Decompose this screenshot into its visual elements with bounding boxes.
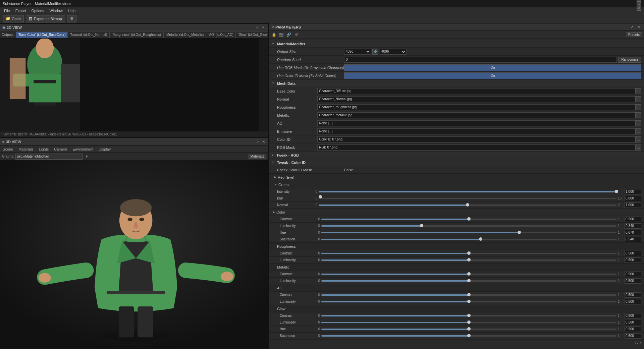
roughness-luminosity-track[interactable]	[321, 259, 616, 261]
open-button[interactable]: 📁 Open	[3, 15, 24, 22]
view-2d-maximize[interactable]: ⤢	[255, 25, 260, 30]
nav-display[interactable]: Display	[99, 147, 111, 152]
contrast-track[interactable]	[321, 219, 616, 220]
hue-value[interactable]	[625, 230, 641, 235]
params-maximize[interactable]: ⤢	[629, 24, 635, 30]
glow-luminosity-thumb[interactable]	[467, 321, 471, 324]
metallic-contrast-thumb[interactable]	[467, 272, 471, 276]
mesh-normal-browse[interactable]: …	[635, 96, 641, 102]
nav-lights[interactable]: Lights	[39, 147, 49, 152]
color-id-mask-button[interactable]: On	[344, 72, 641, 79]
link-size-button[interactable]: 🔗	[372, 49, 378, 55]
view-3d-maximize[interactable]: ⤢	[255, 139, 260, 144]
metallic-luminosity-value[interactable]	[625, 278, 641, 284]
ao-contrast-value[interactable]	[625, 292, 641, 298]
tweak-colorid-section[interactable]: ▼ Tweak - Color ID	[269, 159, 644, 166]
mesh-base-color-browse[interactable]: …	[635, 88, 641, 94]
metallic-contrast-track[interactable]	[321, 274, 616, 275]
mesh-metallic-browse[interactable]: …	[635, 112, 641, 118]
view-2d-close[interactable]: ✕	[261, 25, 266, 30]
intensity-track[interactable]	[319, 191, 616, 192]
ao-luminosity-thumb[interactable]	[467, 300, 471, 303]
mesh-colorid-browse[interactable]: …	[635, 136, 641, 142]
graphs-dropdown[interactable]: ▼	[85, 155, 89, 158]
glow-hue-thumb[interactable]	[467, 327, 471, 331]
saturation-value[interactable]	[625, 237, 641, 242]
tweak-rgb-section[interactable]: ▶ Tweak - RGB	[269, 152, 644, 159]
roughness-luminosity-value[interactable]	[625, 257, 641, 263]
nav-materials[interactable]: Materials	[18, 147, 34, 152]
luminosity-track[interactable]	[321, 225, 616, 227]
intensity-thumb[interactable]	[615, 190, 618, 193]
close-button[interactable]: ✕	[637, 6, 641, 11]
ao-contrast-thumb[interactable]	[467, 293, 471, 296]
glow-luminosity-value[interactable]	[625, 320, 641, 325]
roughness-contrast-track[interactable]	[321, 253, 616, 254]
glow-saturation-thumb[interactable]	[467, 334, 471, 337]
menu-file[interactable]: File	[1, 7, 13, 14]
roughness-luminosity-thumb[interactable]	[467, 258, 471, 261]
ao-luminosity-track[interactable]	[321, 301, 616, 302]
mesh-emissive-browse[interactable]: …	[635, 128, 641, 134]
link-button[interactable]: 🔗	[286, 32, 292, 38]
hue-thumb[interactable]	[518, 231, 521, 234]
output-size-select-1[interactable]: 4096 2048 1024	[344, 49, 371, 55]
view-3d-close[interactable]: ✕	[261, 139, 266, 144]
output-tab-glow[interactable]: 'Glow' (id:Out_Glow)	[236, 32, 268, 38]
glow-saturation-value[interactable]	[625, 333, 641, 339]
ao-contrast-track[interactable]	[321, 294, 616, 296]
intensity-value[interactable]	[625, 189, 641, 194]
glow-hue-value[interactable]	[625, 327, 641, 332]
normal-track[interactable]	[319, 205, 616, 206]
contrast-value[interactable]	[625, 217, 641, 222]
red-eye-section[interactable]: ▶ Red (Eye)	[269, 174, 644, 181]
camera-button[interactable]: 📷	[278, 32, 284, 38]
params-close[interactable]: ✕	[636, 24, 641, 30]
mesh-ao-browse[interactable]: …	[635, 120, 641, 126]
luminosity-thumb[interactable]	[420, 224, 423, 227]
mesh-roughness-browse[interactable]: …	[635, 104, 641, 110]
rgb-mask-button[interactable]: On	[344, 64, 641, 71]
output-tab-ao[interactable]: 'AO' (id:Out_AO)	[206, 32, 235, 38]
saturation-track[interactable]	[321, 239, 616, 240]
blur-track[interactable]	[319, 198, 616, 199]
glow-saturation-track[interactable]	[321, 335, 616, 337]
output-size-select-2[interactable]: 4096 2048 1024	[380, 49, 407, 55]
seed-input[interactable]	[344, 57, 617, 63]
saturation-thumb[interactable]	[479, 237, 482, 241]
color-group-header[interactable]: ▶ Color	[269, 209, 644, 216]
green-section[interactable]: ▼ Green	[269, 181, 644, 188]
hue-track[interactable]	[321, 232, 616, 233]
menu-export[interactable]: Export	[13, 7, 29, 14]
blur-thumb[interactable]	[319, 195, 322, 198]
mesh-data-section[interactable]: ▼ Mesh Data	[269, 80, 644, 87]
output-tab-metallic[interactable]: 'Metallic' (id:Out_Metallic)	[163, 32, 206, 38]
nav-scene[interactable]: Scene	[3, 147, 13, 152]
glow-luminosity-track[interactable]	[321, 322, 616, 323]
roughness-contrast-thumb[interactable]	[467, 251, 471, 255]
output-tab-basecolor[interactable]: 'Base Color' (id:Out_BaseColor)	[16, 32, 68, 38]
section-material-modifier[interactable]: ▼ MaterialModifier	[269, 40, 644, 48]
metallic-luminosity-thumb[interactable]	[467, 279, 471, 282]
menu-window[interactable]: Window	[47, 7, 65, 14]
output-tab-normal[interactable]: 'Normal' (id:Out_Normal)	[68, 32, 109, 38]
ao-luminosity-value[interactable]	[625, 299, 641, 304]
metallic-contrast-value[interactable]	[625, 272, 641, 277]
refresh-button[interactable]: ↺	[293, 32, 299, 38]
blur-value[interactable]	[625, 196, 641, 201]
menu-help[interactable]: Help	[65, 7, 78, 14]
normal-slider-value[interactable]	[625, 202, 641, 208]
luminosity-value[interactable]	[625, 223, 641, 229]
materials-button[interactable]: Materials	[248, 154, 266, 159]
settings-button[interactable]: ⚙	[67, 15, 76, 22]
normal-thumb[interactable]	[466, 203, 469, 207]
graphs-input[interactable]	[15, 154, 83, 160]
metallic-luminosity-track[interactable]	[321, 280, 616, 282]
nav-camera[interactable]: Camera	[54, 147, 67, 152]
glow-contrast-value[interactable]	[625, 313, 641, 318]
params-content[interactable]: ▼ MaterialModifier Output Size 4096 2048…	[269, 39, 644, 349]
roughness-contrast-value[interactable]	[625, 251, 641, 256]
lock-button[interactable]: 🔒	[271, 32, 277, 38]
output-tab-roughness[interactable]: 'Roughness' (id:Out_Roughness)	[109, 32, 163, 38]
contrast-thumb[interactable]	[467, 217, 471, 221]
